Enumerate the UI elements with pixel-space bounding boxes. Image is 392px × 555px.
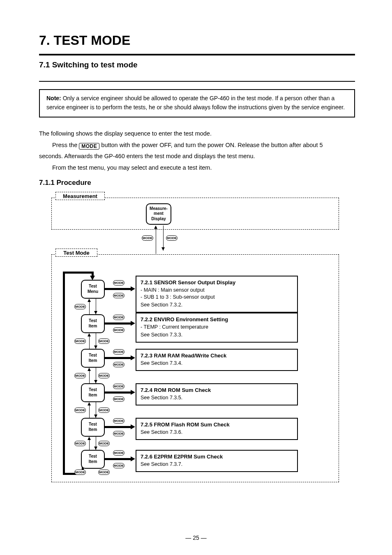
disp-item-5: Test Item xyxy=(81,450,105,469)
tab-test: Test Mode xyxy=(55,249,97,257)
bus-horiz-top xyxy=(63,272,94,274)
arrowhead-right-icon xyxy=(131,456,135,461)
arrowhead-down-icon xyxy=(94,447,97,450)
arrow-to-desc-4 xyxy=(105,426,131,428)
pill-mode: MODE xyxy=(74,339,86,344)
disp-2-l1: Item xyxy=(89,358,97,364)
desc-5: 7.2.6 E2PRM E2PRM Sum Check See Section … xyxy=(136,450,298,472)
intro-line-1: The following shows the display sequence… xyxy=(39,128,355,140)
desc-0-row1: - SUB 1 to 3 : Sub-sensor output xyxy=(141,294,293,301)
arrowhead-right-icon xyxy=(131,355,135,360)
arrow-meas-to-test-down xyxy=(163,226,164,251)
pill-mode: MODE xyxy=(98,470,110,475)
arrow-to-desc-3 xyxy=(105,391,131,394)
pill-mode: MODE xyxy=(98,339,110,344)
desc-0-row0: - MAIN : Main sensor output xyxy=(141,287,293,294)
bus-vert-left xyxy=(63,272,65,475)
disp-meas-0: Measure- xyxy=(150,206,168,212)
disp-5-l0: Test xyxy=(89,454,97,459)
mode-button-icon: MODE xyxy=(79,143,99,150)
intro-text: The following shows the display sequence… xyxy=(39,128,355,173)
arrowhead-up-icon xyxy=(88,437,91,440)
disp-item-3: Test Item xyxy=(81,383,105,402)
desc-1: 7.2.2 ENVIRO Environment Setting - TEMP … xyxy=(136,313,298,343)
pill-mode: MODE xyxy=(113,315,125,320)
desc-4-title: 7.2.5 FROM Flash ROM Sum Check xyxy=(141,421,293,428)
arrowhead-down-icon xyxy=(90,276,95,280)
desc-3: 7.2.4 ROM ROM Sum Check See Section 7.3.… xyxy=(136,383,298,405)
pill-mode: MODE xyxy=(74,470,86,475)
disp-0-l0: Test xyxy=(89,284,97,289)
arrowhead-up-icon xyxy=(154,226,157,229)
rule-thin xyxy=(39,81,355,82)
arrowhead-up-icon xyxy=(88,368,91,371)
desc-1-row0: - TEMP : Current temperature xyxy=(141,324,293,331)
arrowhead-down-icon xyxy=(94,311,97,314)
arrowhead-right-icon xyxy=(131,321,135,326)
desc-1-title: 7.2.2 ENVIRO Environment Setting xyxy=(141,316,293,323)
pill-mode: MODE xyxy=(113,384,125,389)
pill-mode: MODE xyxy=(74,441,86,446)
intro-line-2: Press the MODE button with the power OFF… xyxy=(39,140,355,151)
arrowhead-down-icon xyxy=(94,345,97,349)
diagram: Measurement Measure- ment Display MODE M… xyxy=(39,190,341,486)
pill-mode: MODE xyxy=(113,450,125,456)
arrowhead-right-icon xyxy=(131,390,135,395)
arrow-to-desc-1 xyxy=(105,322,131,325)
page-number: — 25 — xyxy=(0,534,392,541)
arrowhead-up-icon xyxy=(88,333,91,336)
rule-thick xyxy=(39,54,355,55)
pill-mode: MODE xyxy=(113,362,125,367)
disp-5-l1: Item xyxy=(89,459,97,465)
desc-1-note: See Section 7.3.3. xyxy=(141,332,293,339)
pill-mode: MODE xyxy=(113,418,125,424)
desc-0-title: 7.2.1 SENSOR Sensor Output Display xyxy=(141,279,293,286)
desc-3-title: 7.2.4 ROM ROM Sum Check xyxy=(141,387,293,394)
page-title: 7. TEST MODE xyxy=(39,33,355,48)
pill-mode: MODE xyxy=(113,293,125,298)
disp-4-l0: Test xyxy=(89,422,97,427)
pill-mode: MODE xyxy=(113,396,125,402)
pill-mode: MODE xyxy=(113,349,125,355)
disp-2-l0: Test xyxy=(89,353,97,358)
disp-item-0: Test Menu xyxy=(81,280,105,299)
disp-item-2: Test Item xyxy=(81,349,105,368)
arrowhead-right-icon xyxy=(131,424,135,429)
desc-3-note: See Section 7.3.5. xyxy=(141,394,293,401)
section-subtitle: 7.1 Switching to test mode xyxy=(39,60,355,69)
desc-2-title: 7.2.3 RAM RAM Read/Write Check xyxy=(141,352,293,359)
pill-mode: MODE xyxy=(166,235,178,241)
disp-item-4: Test Item xyxy=(81,418,105,437)
arrowhead-down-icon xyxy=(94,415,97,418)
disp-4-l1: Item xyxy=(89,427,97,433)
pill-mode: MODE xyxy=(98,441,110,446)
tab-measurement: Measurement xyxy=(55,192,105,200)
arrow-to-desc-2 xyxy=(105,357,131,359)
desc-4-note: See Section 7.3.6. xyxy=(141,429,293,436)
disp-meas-1: ment xyxy=(154,211,164,216)
disp-meas-2: Display xyxy=(151,216,166,222)
arrowhead-up-icon xyxy=(88,402,91,405)
intro-line-3: seconds. Afterwards the GP-460 enters th… xyxy=(39,151,355,162)
desc-2: 7.2.3 RAM RAM Read/Write Check See Secti… xyxy=(136,349,298,371)
arrowhead-down-icon xyxy=(94,380,97,383)
pill-mode: MODE xyxy=(98,408,110,413)
arrowhead-right-icon xyxy=(131,286,135,291)
pill-mode: MODE xyxy=(142,235,153,241)
diagram-caption: 7.1.1 Procedure xyxy=(39,179,355,187)
disp-1-l0: Test xyxy=(89,318,97,324)
group-measurement xyxy=(51,198,339,230)
intro-2c: button with the power OFF, and turn the … xyxy=(101,142,323,148)
pill-mode: MODE xyxy=(113,280,125,286)
pill-mode: MODE xyxy=(113,431,125,436)
desc-0: 7.2.1 SENSOR Sensor Output Display - MAI… xyxy=(136,276,298,313)
arrow-test-to-meas-up xyxy=(156,229,156,254)
pill-mode: MODE xyxy=(74,304,86,309)
desc-2-note: See Section 7.3.4. xyxy=(141,360,293,367)
desc-5-note: See Section 7.3.7. xyxy=(141,461,293,468)
desc-4: 7.2.5 FROM Flash ROM Sum Check See Secti… xyxy=(136,418,298,440)
arrow-to-desc-5 xyxy=(105,458,131,460)
disp-3-l1: Item xyxy=(89,393,97,398)
pill-mode: MODE xyxy=(98,373,110,378)
desc-5-title: 7.2.6 E2PRM E2PRM Sum Check xyxy=(141,453,293,461)
